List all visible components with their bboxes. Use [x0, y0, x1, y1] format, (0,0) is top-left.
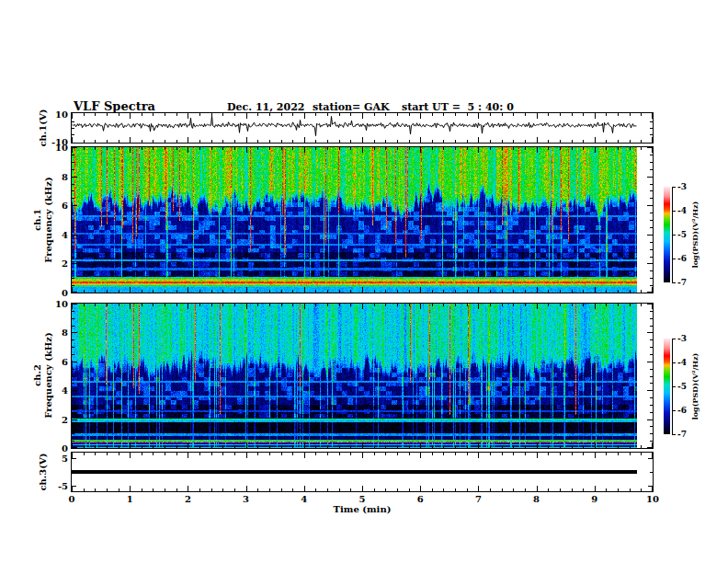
ch3-voltage-axis-label: ch.3(V) — [38, 453, 49, 490]
x-tick-label: 10 — [646, 494, 659, 504]
x-tick-label: 3 — [243, 494, 249, 504]
colorbar-ch1 — [664, 187, 670, 282]
ch2-spec-ytick-label: 4 — [62, 385, 68, 396]
colorbar-tick-mark — [672, 386, 676, 387]
ch2-spec-ytick-label: 6 — [62, 356, 68, 366]
colorbar-tick-mark — [672, 187, 676, 188]
colorbar-tick-label: -4 — [677, 206, 687, 215]
x-tick-label: 2 — [185, 494, 191, 504]
colorbar-tick-mark — [672, 434, 676, 435]
colorbar-tick-mark — [672, 410, 676, 411]
colorbar-tick-label: -7 — [677, 278, 687, 287]
colorbar-ch2-label: log(PSD)(V²/Hz) — [690, 353, 700, 420]
colorbar-tick-mark — [672, 259, 676, 259]
ch2-spectrogram-canvas — [72, 304, 653, 448]
x-tick-label: 7 — [475, 494, 482, 504]
colorbar-tick-label: -4 — [677, 358, 687, 367]
colorbar-tick-mark — [672, 211, 676, 212]
ch1-spec-ytick-label: 8 — [62, 171, 68, 181]
colorbar-tick-mark — [672, 339, 676, 339]
colorbar-ch2 — [664, 339, 670, 434]
ch1-spec-ytick-label: 4 — [62, 229, 68, 239]
x-tick-label: 8 — [533, 494, 540, 504]
colorbar-tick-label: -5 — [677, 230, 687, 239]
ch1-waveform-panel — [71, 112, 654, 144]
ch1-wave-ytick-label: 10 — [55, 109, 68, 120]
x-tick-label: 1 — [127, 494, 133, 504]
ch1-spec-ytick-label: 6 — [62, 201, 68, 211]
vlf-spectra-figure: VLF Spectra Dec. 11, 2022 station= GAK s… — [0, 0, 728, 563]
ch1-spectrogram-panel — [71, 146, 654, 293]
colorbar-tick-label: -6 — [677, 254, 687, 263]
ch2-spec-ytick-label: 0 — [62, 443, 68, 454]
ch3-ytick-label: 5 — [62, 454, 68, 464]
ch2-spec-ytick-label: 2 — [62, 414, 68, 424]
ch2-spectrogram-panel — [71, 303, 654, 449]
ch1-spec-ytick-label: 2 — [62, 259, 68, 269]
ch3-waveform-panel — [71, 452, 654, 492]
x-tick-label: 5 — [359, 494, 366, 504]
figure-title: VLF Spectra — [74, 99, 155, 113]
colorbar-tick-label: -6 — [677, 406, 687, 415]
ch1-spec-ytick-label: 0 — [62, 288, 68, 298]
ch3-ytick-label: -5 — [58, 481, 68, 491]
ch1-frequency-axis-label: ch.1 Frequency (kHz) — [32, 177, 53, 262]
ch1-waveform-canvas — [72, 113, 653, 143]
ch2-spec-ytick-label: 8 — [62, 327, 68, 338]
x-tick-label: 6 — [417, 494, 424, 504]
x-tick-label: 9 — [591, 494, 597, 504]
colorbar-tick-mark — [672, 362, 676, 363]
x-tick-label: 0 — [69, 494, 75, 504]
ch1-spectrogram-canvas — [72, 147, 653, 293]
x-axis-title: Time (min) — [334, 504, 392, 514]
ch2-spec-ytick-label: 10 — [55, 299, 68, 309]
ch2-frequency-axis-label: ch.2 Frequency (kHz) — [32, 332, 53, 418]
x-tick-label: 4 — [301, 494, 307, 504]
colorbar-tick-label: -5 — [677, 382, 687, 391]
colorbar-tick-label: -3 — [677, 334, 687, 343]
colorbar-ch1-label: log(PSD)(V²/Hz) — [690, 201, 700, 269]
colorbar-tick-mark — [672, 235, 676, 236]
colorbar-tick-label: -3 — [677, 182, 687, 191]
ch3-waveform-canvas — [72, 453, 653, 491]
colorbar-tick-label: -7 — [677, 430, 687, 439]
ch1-voltage-axis-label: ch.1(V) — [38, 109, 49, 146]
ch1-spec-ytick-label: 10 — [55, 143, 68, 153]
colorbar-tick-mark — [672, 282, 676, 283]
